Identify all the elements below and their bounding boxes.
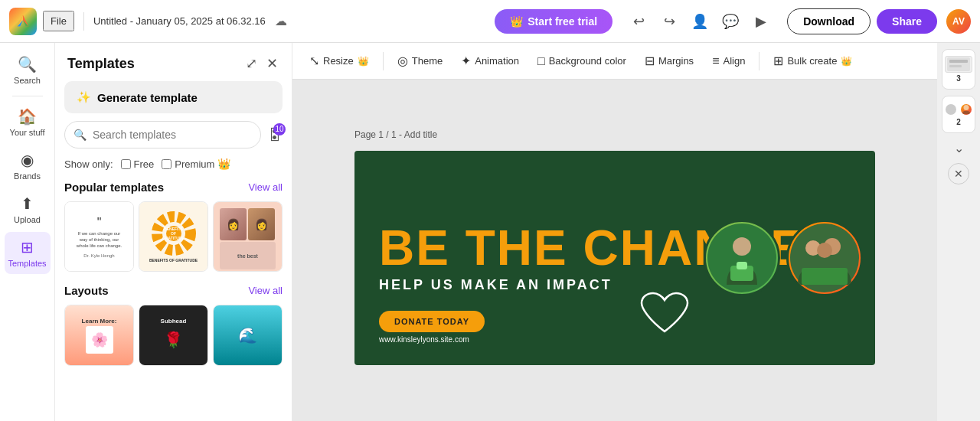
- share-button[interactable]: Share: [877, 9, 937, 34]
- filter-badge: 10: [273, 123, 286, 135]
- canvas-scroll[interactable]: Page 1 / 1 - Add title BE THE CHANGE HEL…: [292, 80, 937, 421]
- banner[interactable]: BE THE CHANGE HELP US MAKE AN IMPACT DON…: [354, 151, 875, 365]
- file-menu[interactable]: File: [43, 11, 74, 31]
- layout-card-3[interactable]: 🌊: [213, 305, 283, 366]
- free-checkbox-label[interactable]: Free: [121, 158, 155, 170]
- present-button[interactable]: ▶: [747, 8, 775, 35]
- align-icon: ≡: [712, 54, 719, 68]
- crown-icon: 👑: [510, 15, 523, 28]
- expand-panel-button[interactable]: ⤢: [244, 54, 259, 73]
- close-panel-button[interactable]: ✕: [265, 54, 279, 73]
- layout-card-3-inner: 🌊: [214, 305, 282, 365]
- layout-1-label: Learn More:: [82, 318, 117, 325]
- search-templates-input[interactable]: [64, 121, 261, 148]
- topbar-icon-group: ↩ ↪ 👤 💬 ▶: [625, 8, 775, 35]
- template-card-1[interactable]: " If we can change our way of thinking, …: [64, 201, 134, 272]
- bg-color-button[interactable]: □ Background color: [530, 50, 634, 73]
- generate-template-button[interactable]: ✨ Generate template: [64, 81, 283, 113]
- collaborators-button[interactable]: 👤: [686, 8, 714, 35]
- avatar-circle-1: [944, 103, 958, 116]
- avatar-circles: [944, 103, 973, 116]
- redo-button[interactable]: ↪: [655, 8, 683, 35]
- sidebar-item-upload-label: Upload: [14, 215, 41, 224]
- undo-button[interactable]: ↩: [625, 8, 652, 35]
- app-logo[interactable]: [9, 8, 37, 35]
- start-trial-button[interactable]: 👑 Start free trial: [495, 9, 612, 34]
- margins-icon: ⊟: [645, 54, 655, 68]
- banner-photos: [691, 151, 875, 365]
- theme-button[interactable]: ◎ Theme: [390, 49, 450, 73]
- resize-button[interactable]: ⤡ Resize 👑: [302, 49, 377, 73]
- quote-author: Dr. Kyle Hengh: [74, 253, 124, 259]
- layout-card-1[interactable]: Learn More: 🌸: [64, 305, 134, 366]
- comments-button[interactable]: 💬: [717, 8, 744, 35]
- svg-point-4: [733, 237, 751, 256]
- bg-color-icon: □: [537, 54, 545, 68]
- free-checkbox[interactable]: [121, 159, 131, 169]
- templates-icon: ⊞: [21, 238, 34, 256]
- panel-header: Templates ⤢ ✕: [55, 43, 292, 81]
- search-icon: 🔍: [74, 129, 87, 141]
- download-button[interactable]: Download: [787, 8, 871, 34]
- template-card-3[interactable]: 👩 👩 the best: [213, 201, 283, 272]
- minipage-3: [945, 56, 972, 73]
- animation-button[interactable]: ✦ Animation: [453, 49, 527, 73]
- donate-section: DONATE TODAY www.kinsleylyons.site.com: [379, 302, 485, 344]
- sidebar-item-templates-label: Templates: [8, 259, 46, 268]
- layout-card-1-inner: Learn More: 🌸: [65, 305, 133, 365]
- svg-rect-12: [947, 57, 970, 71]
- view-all-layouts-button[interactable]: View all: [248, 285, 283, 296]
- sidebar-item-templates[interactable]: ⊞ Templates: [5, 232, 51, 274]
- premium-checkbox[interactable]: [162, 159, 172, 169]
- svg-point-15: [964, 105, 969, 110]
- resize-label: Resize: [323, 55, 354, 67]
- svg-rect-14: [949, 65, 962, 67]
- premium-checkbox-label[interactable]: Premium 👑: [162, 158, 230, 170]
- popular-templates-grid: " If we can change our way of thinking, …: [64, 201, 283, 272]
- svg-rect-6: [737, 262, 747, 269]
- donate-button[interactable]: DONATE TODAY: [379, 311, 485, 332]
- layouts-grid: Learn More: 🌸 Subhead 🌹: [64, 305, 283, 366]
- svg-point-10: [817, 243, 832, 258]
- margins-button[interactable]: ⊟ Margins: [637, 49, 701, 73]
- bulk-create-icon: ⊞: [773, 54, 783, 68]
- view-all-popular-button[interactable]: View all: [248, 181, 283, 193]
- avatar[interactable]: AV: [946, 9, 971, 34]
- home-icon: 🏠: [18, 107, 37, 126]
- filter-button[interactable]: 🎛 10: [267, 126, 283, 144]
- canvas-toolbar: ⤡ Resize 👑 ◎ Theme ✦ Animation □ Backgro…: [292, 43, 937, 80]
- bg-color-label: Background color: [549, 55, 626, 67]
- close-icon: ✕: [954, 168, 963, 180]
- template-1-content: " If we can change our way of thinking, …: [68, 208, 130, 265]
- template-2-label: BENEFITS OF GRATITUDE: [149, 258, 198, 263]
- generate-template-label: Generate template: [97, 91, 198, 104]
- template-card-1-inner: " If we can change our way of thinking, …: [65, 202, 133, 271]
- close-right-panel-button[interactable]: ✕: [948, 163, 969, 184]
- theme-icon: ◎: [397, 54, 408, 68]
- canvas-area: ⤡ Resize 👑 ◎ Theme ✦ Animation □ Backgro…: [292, 43, 937, 421]
- panel-title: Templates: [67, 56, 135, 72]
- layout-card-2[interactable]: Subhead 🌹: [139, 305, 208, 366]
- sidebar-item-search[interactable]: 🔍 Search: [5, 49, 51, 91]
- search-icon: 🔍: [18, 55, 37, 73]
- bulk-create-button[interactable]: ⊞ Bulk create 👑: [766, 49, 860, 73]
- layout-1-image: 🌸: [86, 326, 113, 354]
- circle-center-text: BENEFITSOFGRATITUDE: [162, 227, 185, 240]
- svg-rect-13: [949, 60, 968, 63]
- panel-scroll[interactable]: ✨ Generate template 🔍 🎛 10 Show only: Fr…: [55, 81, 292, 421]
- start-trial-label: Start free trial: [528, 15, 597, 28]
- generate-icon: ✨: [77, 90, 91, 104]
- add-title-link[interactable]: - Add title: [399, 129, 437, 140]
- template-card-2[interactable]: BENEFITSOFGRATITUDE BENEFITS OF GRATITUD…: [139, 201, 208, 272]
- theme-label: Theme: [412, 55, 443, 67]
- sidebar-item-your-stuff[interactable]: 🏠 Your stuff: [5, 101, 51, 143]
- layouts-title: Layouts: [64, 284, 109, 297]
- sidebar-item-upload[interactable]: ⬆ Upload: [5, 188, 51, 230]
- sidebar-item-your-stuff-label: Your stuff: [10, 128, 45, 137]
- sidebar-item-brands[interactable]: ◉ Brands: [5, 145, 51, 187]
- right-panel-card-1: 3: [942, 49, 975, 90]
- templates-panel: Templates ⤢ ✕ ✨ Generate template 🔍 🎛 10: [55, 43, 292, 421]
- align-button[interactable]: ≡ Align: [704, 50, 753, 73]
- toolbar-divider-1: [383, 52, 384, 70]
- chevron-down-button[interactable]: ⌄: [952, 139, 965, 157]
